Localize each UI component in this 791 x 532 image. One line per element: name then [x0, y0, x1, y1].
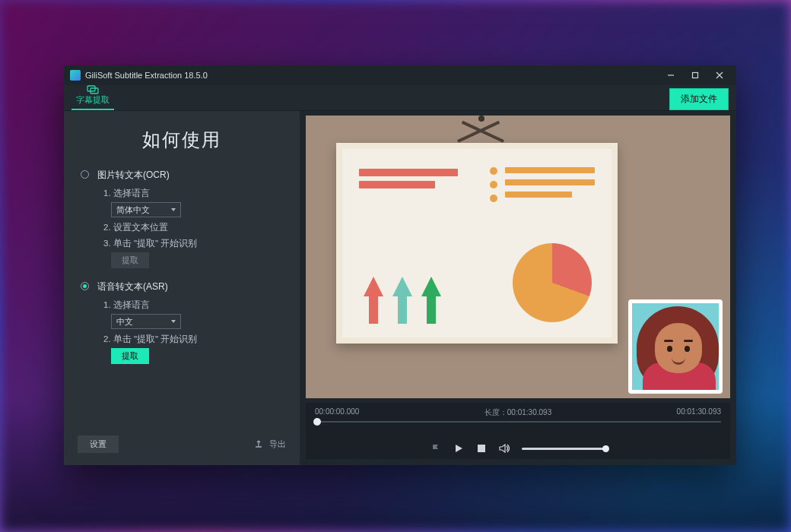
settings-button[interactable]: 设置: [78, 435, 119, 453]
toolbar: 字幕提取 添加文件: [64, 85, 736, 111]
play-icon: [454, 444, 463, 453]
timeline-thumb[interactable]: [313, 418, 321, 426]
presenter-avatar: [628, 299, 723, 394]
asr-step1: 1. 选择语言: [103, 299, 286, 311]
asr-radio[interactable]: [81, 282, 89, 290]
maximize-icon: [691, 71, 699, 79]
minimize-button[interactable]: [659, 65, 683, 85]
stop-icon: [478, 445, 485, 452]
app-icon: [70, 70, 81, 81]
asr-language-select[interactable]: 中文: [111, 314, 181, 329]
volume-icon: [499, 444, 510, 453]
app-window: GiliSoft Subtitle Extraction 18.5.0 字幕提取…: [64, 65, 736, 465]
volume-slider[interactable]: [522, 448, 605, 450]
volume-button[interactable]: [499, 443, 510, 454]
ocr-section: 图片转文本(OCR) 1. 选择语言 简体中文 2. 设置文本位置 3. 单击 …: [78, 169, 286, 268]
export-icon: [254, 439, 265, 449]
asr-language-value: 中文: [116, 316, 133, 328]
tab-label: 字幕提取: [76, 94, 110, 106]
main-body: 如何使用 图片转文本(OCR) 1. 选择语言 简体中文 2. 设置文本位置 3…: [64, 111, 736, 465]
chevron-down-icon: [171, 208, 176, 211]
left-footer: 设置 导出: [78, 430, 286, 458]
close-icon: [716, 71, 723, 79]
timeline-start: 00:00:00.000: [315, 407, 359, 416]
ocr-step2: 2. 设置文本位置: [103, 222, 286, 233]
asr-head: 语音转文本(ASR): [97, 280, 286, 293]
asr-extract-button[interactable]: 提取: [111, 348, 149, 364]
title-bar[interactable]: GiliSoft Subtitle Extraction 18.5.0: [64, 65, 736, 85]
play-button[interactable]: [453, 443, 464, 454]
video-frame-illustration: [306, 116, 730, 398]
close-button[interactable]: [707, 65, 732, 85]
chevron-down-icon: [171, 320, 176, 323]
timeline-length: 长度：00:01:30.093: [484, 407, 551, 418]
right-panel: 00:00:00.000 长度：00:01:30.093 00:01:30.09…: [300, 111, 736, 465]
export-button[interactable]: 导出: [254, 439, 286, 450]
ocr-step3: 3. 单击 "提取" 开始识别: [103, 238, 286, 249]
playback-controls: [306, 436, 730, 459]
left-panel: 如何使用 图片转文本(OCR) 1. 选择语言 简体中文 2. 设置文本位置 3…: [64, 111, 300, 465]
timeline-track[interactable]: [315, 421, 721, 423]
asr-section: 语音转文本(ASR) 1. 选择语言 中文 2. 单击 "提取" 开始识别 提取: [78, 280, 286, 364]
window-title: GiliSoft Subtitle Extraction 18.5.0: [85, 71, 659, 80]
export-label: 导出: [269, 439, 286, 450]
video-preview[interactable]: [306, 116, 730, 398]
flag-button[interactable]: [430, 443, 441, 454]
add-file-button[interactable]: 添加文件: [669, 88, 729, 110]
tab-subtitle-extract[interactable]: 字幕提取: [71, 84, 114, 110]
ocr-step1: 1. 选择语言: [103, 188, 286, 199]
ocr-language-select[interactable]: 简体中文: [111, 202, 181, 217]
ocr-language-value: 简体中文: [116, 204, 150, 216]
subtitle-icon: [87, 85, 99, 94]
timeline-end: 00:01:30.093: [677, 407, 721, 416]
ocr-extract-button[interactable]: 提取: [111, 252, 149, 268]
maximize-button[interactable]: [683, 65, 707, 85]
asr-step2: 2. 单击 "提取" 开始识别: [103, 334, 286, 345]
howto-title: 如何使用: [78, 128, 286, 152]
flag-icon: [431, 444, 440, 453]
svg-rect-0: [693, 73, 698, 78]
timeline[interactable]: 00:00:00.000 长度：00:01:30.093 00:01:30.09…: [306, 403, 730, 436]
stop-button[interactable]: [476, 443, 487, 454]
ocr-radio[interactable]: [81, 170, 89, 179]
svg-rect-3: [478, 445, 485, 452]
minimize-icon: [667, 71, 675, 79]
volume-thumb[interactable]: [602, 445, 609, 452]
ocr-head: 图片转文本(OCR): [97, 169, 286, 182]
